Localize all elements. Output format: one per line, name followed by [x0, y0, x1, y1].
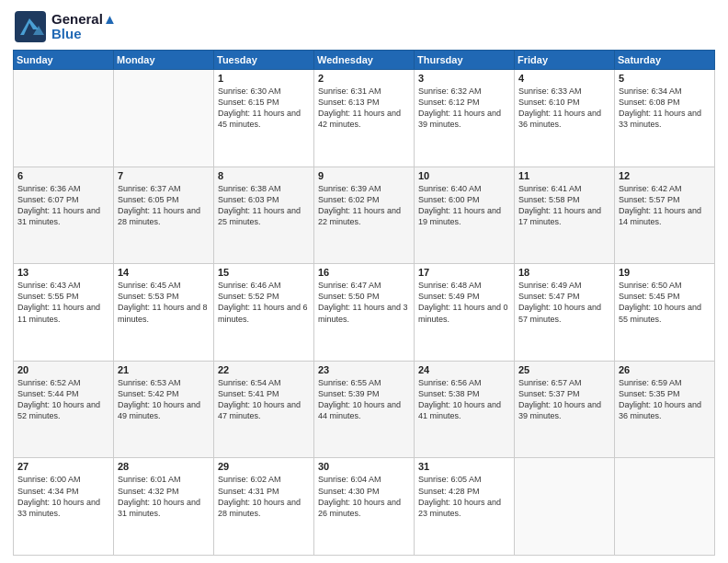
day-number: 18: [518, 267, 610, 278]
day-info: Sunrise: 6:01 AMSunset: 4:32 PMDaylight:…: [118, 474, 210, 519]
day-cell: 14Sunrise: 6:45 AMSunset: 5:53 PMDayligh…: [114, 264, 214, 362]
day-cell: 23Sunrise: 6:55 AMSunset: 5:39 PMDayligh…: [314, 361, 415, 458]
day-info: Sunrise: 6:55 AMSunset: 5:39 PMDaylight:…: [318, 377, 410, 422]
day-number: 17: [418, 267, 510, 278]
week-row-4: 20Sunrise: 6:52 AMSunset: 5:44 PMDayligh…: [14, 361, 715, 458]
day-info: Sunrise: 6:42 AMSunset: 5:57 PMDaylight:…: [619, 183, 711, 228]
day-cell: 3Sunrise: 6:32 AMSunset: 6:12 PMDaylight…: [415, 70, 515, 167]
day-cell: 2Sunrise: 6:31 AMSunset: 6:13 PMDaylight…: [314, 70, 415, 167]
day-cell: 12Sunrise: 6:42 AMSunset: 5:57 PMDayligh…: [615, 167, 715, 264]
day-cell: 24Sunrise: 6:56 AMSunset: 5:38 PMDayligh…: [415, 361, 515, 458]
week-row-1: 1Sunrise: 6:30 AMSunset: 6:15 PMDaylight…: [14, 70, 715, 167]
day-number: 19: [619, 267, 711, 278]
day-number: 26: [619, 364, 711, 375]
day-info: Sunrise: 6:49 AMSunset: 5:47 PMDaylight:…: [518, 280, 610, 325]
day-info: Sunrise: 6:04 AMSunset: 4:30 PMDaylight:…: [318, 474, 410, 519]
day-number: 23: [318, 364, 410, 375]
day-info: Sunrise: 6:34 AMSunset: 6:08 PMDaylight:…: [619, 86, 711, 131]
weekday-header-monday: Monday: [114, 51, 214, 70]
day-info: Sunrise: 6:02 AMSunset: 4:31 PMDaylight:…: [218, 474, 310, 519]
day-info: Sunrise: 6:05 AMSunset: 4:28 PMDaylight:…: [418, 474, 510, 519]
day-number: 28: [118, 461, 210, 472]
day-number: 31: [418, 461, 510, 472]
day-info: Sunrise: 6:57 AMSunset: 5:37 PMDaylight:…: [518, 377, 610, 422]
calendar-body: 1Sunrise: 6:30 AMSunset: 6:15 PMDaylight…: [14, 70, 715, 556]
day-cell: 13Sunrise: 6:43 AMSunset: 5:55 PMDayligh…: [14, 264, 114, 362]
week-row-3: 13Sunrise: 6:43 AMSunset: 5:55 PMDayligh…: [14, 264, 715, 362]
day-info: Sunrise: 6:47 AMSunset: 5:50 PMDaylight:…: [318, 280, 410, 325]
day-info: Sunrise: 6:41 AMSunset: 5:58 PMDaylight:…: [518, 183, 610, 228]
day-number: 21: [118, 364, 210, 375]
day-cell: 16Sunrise: 6:47 AMSunset: 5:50 PMDayligh…: [314, 264, 415, 362]
day-number: 16: [318, 267, 410, 278]
day-cell: 25Sunrise: 6:57 AMSunset: 5:37 PMDayligh…: [515, 361, 615, 458]
page: General▲ Blue SundayMondayTuesdayWednesd…: [0, 0, 728, 563]
day-number: 2: [318, 73, 410, 84]
day-number: 5: [619, 73, 711, 84]
day-number: 25: [518, 364, 610, 375]
day-cell: [515, 458, 615, 556]
week-row-2: 6Sunrise: 6:36 AMSunset: 6:07 PMDaylight…: [14, 167, 715, 264]
day-number: 4: [518, 73, 610, 84]
day-info: Sunrise: 6:31 AMSunset: 6:13 PMDaylight:…: [318, 86, 410, 131]
day-info: Sunrise: 6:46 AMSunset: 5:52 PMDaylight:…: [218, 280, 310, 325]
day-number: 3: [418, 73, 510, 84]
logo: General▲ Blue: [13, 9, 117, 44]
logo-line2: Blue: [51, 27, 117, 42]
day-info: Sunrise: 6:36 AMSunset: 6:07 PMDaylight:…: [17, 183, 109, 228]
day-number: 12: [619, 170, 711, 181]
day-number: 10: [418, 170, 510, 181]
day-cell: 1Sunrise: 6:30 AMSunset: 6:15 PMDaylight…: [214, 70, 314, 167]
day-info: Sunrise: 6:56 AMSunset: 5:38 PMDaylight:…: [418, 377, 510, 422]
day-cell: [615, 458, 715, 556]
day-number: 6: [17, 170, 109, 181]
week-row-5: 27Sunrise: 6:00 AMSunset: 4:34 PMDayligh…: [14, 458, 715, 556]
header: General▲ Blue: [13, 9, 715, 44]
day-info: Sunrise: 6:54 AMSunset: 5:41 PMDaylight:…: [218, 377, 310, 422]
day-cell: 17Sunrise: 6:48 AMSunset: 5:49 PMDayligh…: [415, 264, 515, 362]
day-number: 9: [318, 170, 410, 181]
weekday-header-sunday: Sunday: [14, 51, 114, 70]
logo-icon: [13, 9, 48, 44]
day-info: Sunrise: 6:33 AMSunset: 6:10 PMDaylight:…: [518, 86, 610, 131]
day-info: Sunrise: 6:52 AMSunset: 5:44 PMDaylight:…: [17, 377, 109, 422]
day-number: 30: [318, 461, 410, 472]
day-cell: 31Sunrise: 6:05 AMSunset: 4:28 PMDayligh…: [415, 458, 515, 556]
day-cell: 9Sunrise: 6:39 AMSunset: 6:02 PMDaylight…: [314, 167, 415, 264]
day-info: Sunrise: 6:30 AMSunset: 6:15 PMDaylight:…: [218, 86, 310, 131]
calendar-header: SundayMondayTuesdayWednesdayThursdayFrid…: [14, 51, 715, 70]
day-info: Sunrise: 6:37 AMSunset: 6:05 PMDaylight:…: [118, 183, 210, 228]
day-cell: 20Sunrise: 6:52 AMSunset: 5:44 PMDayligh…: [14, 361, 114, 458]
logo-line1: General▲: [51, 12, 117, 28]
day-cell: 8Sunrise: 6:38 AMSunset: 6:03 PMDaylight…: [214, 167, 314, 264]
day-cell: 7Sunrise: 6:37 AMSunset: 6:05 PMDaylight…: [114, 167, 214, 264]
day-number: 8: [218, 170, 310, 181]
day-cell: 15Sunrise: 6:46 AMSunset: 5:52 PMDayligh…: [214, 264, 314, 362]
weekday-header-thursday: Thursday: [415, 51, 515, 70]
day-number: 7: [118, 170, 210, 181]
day-info: Sunrise: 6:43 AMSunset: 5:55 PMDaylight:…: [17, 280, 109, 325]
day-number: 20: [17, 364, 109, 375]
day-number: 27: [17, 461, 109, 472]
day-info: Sunrise: 6:50 AMSunset: 5:45 PMDaylight:…: [619, 280, 711, 325]
day-number: 29: [218, 461, 310, 472]
day-cell: 22Sunrise: 6:54 AMSunset: 5:41 PMDayligh…: [214, 361, 314, 458]
day-cell: 6Sunrise: 6:36 AMSunset: 6:07 PMDaylight…: [14, 167, 114, 264]
day-cell: 28Sunrise: 6:01 AMSunset: 4:32 PMDayligh…: [114, 458, 214, 556]
day-cell: [14, 70, 114, 167]
day-info: Sunrise: 6:38 AMSunset: 6:03 PMDaylight:…: [218, 183, 310, 228]
day-cell: 19Sunrise: 6:50 AMSunset: 5:45 PMDayligh…: [615, 264, 715, 362]
day-info: Sunrise: 6:45 AMSunset: 5:53 PMDaylight:…: [118, 280, 210, 325]
weekday-header-tuesday: Tuesday: [214, 51, 314, 70]
day-cell: 18Sunrise: 6:49 AMSunset: 5:47 PMDayligh…: [515, 264, 615, 362]
day-cell: 29Sunrise: 6:02 AMSunset: 4:31 PMDayligh…: [214, 458, 314, 556]
day-info: Sunrise: 6:59 AMSunset: 5:35 PMDaylight:…: [619, 377, 711, 422]
day-info: Sunrise: 6:00 AMSunset: 4:34 PMDaylight:…: [17, 474, 109, 519]
weekday-header-saturday: Saturday: [615, 51, 715, 70]
weekday-header-friday: Friday: [515, 51, 615, 70]
weekday-row: SundayMondayTuesdayWednesdayThursdayFrid…: [14, 51, 715, 70]
svg-rect-0: [15, 11, 46, 42]
day-number: 1: [218, 73, 310, 84]
weekday-header-wednesday: Wednesday: [314, 51, 415, 70]
day-info: Sunrise: 6:32 AMSunset: 6:12 PMDaylight:…: [418, 86, 510, 131]
